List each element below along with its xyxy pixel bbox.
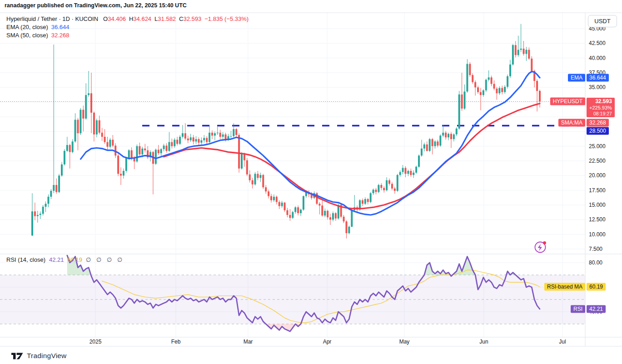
rsi-plot-label: RSI: [571, 305, 585, 313]
rsi-ma-plot-label: RSI-based MA: [544, 283, 585, 291]
rsi-legend-label: RSI (14, close): [6, 256, 45, 263]
bar-countdown: 08:19:27: [589, 111, 612, 116]
price-tick-label: 25.000: [589, 143, 606, 150]
price-tick-label: 12.500: [589, 216, 606, 223]
boost-flash-icon[interactable]: [535, 241, 546, 252]
ema-value-badge: 36.644: [587, 74, 609, 82]
sma-value-badge: 32.268: [587, 119, 609, 127]
price-tick-label: 7.500: [589, 246, 602, 252]
ohlc-open: O34.406: [103, 15, 126, 22]
tradingview-published-chart: ranadagger published on TradingView.com,…: [0, 0, 622, 364]
last-price-value: 32.593: [589, 99, 612, 105]
price-tick-label: 35.000: [589, 84, 606, 90]
rsi-value-badge: 42.21: [587, 305, 606, 313]
price-tick-label: 15.000: [589, 202, 606, 208]
ohlc-low: L31.582: [154, 15, 176, 22]
ema-legend-value: 36.644: [51, 24, 70, 30]
rsi-tick-label: 80.00: [589, 259, 602, 266]
support-level-badge: 28.500: [587, 127, 609, 135]
price-tick-label: 40.000: [589, 55, 606, 61]
change-value: −1.835 (−5.33%): [204, 15, 249, 22]
chart-legend: Hyperliquid / Tether · 1D · KUCOIN O34.4…: [6, 15, 249, 40]
candlestick-series: [31, 24, 541, 239]
price-tick-label: 10.000: [589, 231, 606, 238]
sma50-line: [164, 104, 540, 209]
rsi-ma-legend-value: 60.19: [68, 256, 83, 263]
currency-usdt-button[interactable]: USDT: [588, 15, 617, 27]
last-price-badge: 32.593 +225.93% 08:19:27: [587, 98, 615, 117]
rsi-empty-params: ∅ ∅ ∅ ∅: [86, 256, 124, 263]
rsi-legend-value: 42.21: [49, 256, 64, 263]
ema20-line: [80, 71, 540, 215]
tradingview-logo[interactable]: TradingView: [11, 352, 67, 360]
ema-legend-label: EMA (20, close): [6, 24, 48, 30]
symbol-legend-row: Hyperliquid / Tether · 1D · KUCOIN O34.4…: [6, 15, 249, 23]
ohlc-close: C32.593: [179, 15, 201, 22]
sma-legend-row: SMA (50, close) 32.268: [6, 32, 249, 40]
ema-legend-row: EMA (20, close) 36.644: [6, 24, 249, 31]
rsi-ma-value-badge: 60.19: [587, 283, 606, 291]
time-tick-label: Apr: [323, 339, 332, 345]
time-tick-label: Feb: [171, 339, 181, 345]
rsi-band: [0, 275, 585, 324]
price-tick-label: 17.500: [589, 187, 606, 194]
change-percent-badge: +225.93%: [589, 105, 612, 111]
sma-legend-label: SMA (50, close): [6, 32, 48, 39]
time-tick-label: May: [399, 339, 410, 345]
sma-legend-value: 32.268: [51, 32, 70, 39]
chart-canvas[interactable]: [0, 0, 622, 364]
rsi-oversold-fill: [67, 324, 540, 331]
price-tick-label: 42.500: [589, 40, 606, 46]
time-tick-label: Jun: [479, 339, 488, 345]
rsi-legend: RSI (14, close) 42.21 60.19 ∅ ∅ ∅ ∅: [6, 256, 124, 263]
time-tick-label: Jul: [559, 339, 566, 345]
price-tick-label: 20.000: [589, 172, 606, 179]
sma-plot-label: SMA:MA: [558, 119, 585, 127]
time-tick-label: Mar: [244, 339, 253, 345]
attribution-text: ranadagger published on TradingView.com,…: [5, 2, 187, 9]
symbol-plot-label: HYPEUSDT: [550, 98, 585, 105]
ema-plot-label: EMA: [568, 74, 585, 82]
tradingview-logo-icon: [11, 352, 24, 360]
time-tick-label: 2025: [90, 339, 102, 345]
tradingview-logo-text: TradingView: [27, 352, 67, 360]
rsi-overbought-fill: [67, 255, 540, 275]
price-tick-label: 22.500: [589, 158, 606, 164]
symbol-title: Hyperliquid / Tether · 1D · KUCOIN: [6, 15, 98, 22]
ohlc-high: H34.624: [129, 15, 151, 22]
